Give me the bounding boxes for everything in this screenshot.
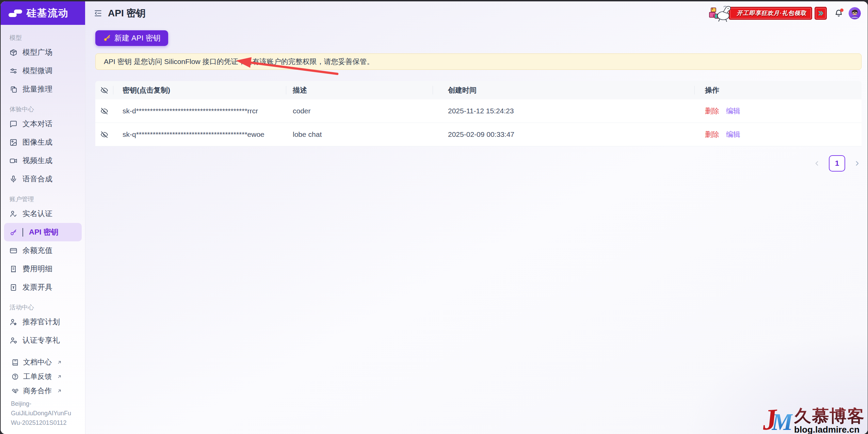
section-label-models: 模型 bbox=[10, 34, 76, 42]
sidebar-item-label: 认证专享礼 bbox=[22, 335, 60, 345]
sidebar-item-label: 图像生成 bbox=[22, 137, 52, 147]
site-watermark: JM 久慕博客 blog.ladmire.cn bbox=[762, 405, 865, 434]
watermark-j: J bbox=[761, 404, 778, 434]
sidebar-item-label: 模型广场 bbox=[22, 47, 52, 58]
user-heart-icon bbox=[10, 337, 17, 344]
edit-link[interactable]: 编辑 bbox=[726, 130, 740, 139]
pagination-next-icon[interactable] bbox=[853, 160, 861, 167]
promo-more-button[interactable] bbox=[815, 7, 827, 20]
user-avatar[interactable] bbox=[849, 7, 861, 19]
sidebar-link-business-cooperation[interactable]: 商务合作 bbox=[4, 384, 82, 396]
pagination-prev-icon[interactable] bbox=[813, 160, 821, 167]
sidebar-item-invoice[interactable]: 发票开具 bbox=[4, 278, 82, 296]
sidebar-item-batch-inference[interactable]: 批量推理 bbox=[4, 80, 82, 98]
user-check-icon bbox=[10, 210, 17, 218]
external-link-icon bbox=[57, 388, 62, 393]
watermark-site-name: 久慕博客 bbox=[794, 407, 865, 424]
eye-off-icon[interactable] bbox=[100, 86, 108, 94]
watermark-site-url: blog.ladmire.cn bbox=[794, 425, 865, 434]
sidebar-item-model-finetune[interactable]: 模型微调 bbox=[4, 62, 82, 80]
delete-link[interactable]: 删除 bbox=[705, 106, 719, 116]
key-description: lobe chat bbox=[286, 123, 433, 146]
pagination: 1 bbox=[95, 155, 862, 172]
chat-bubble-icon bbox=[10, 120, 17, 128]
double-chevron-right-icon bbox=[817, 10, 824, 16]
sidebar-link-ticket-feedback[interactable]: 工单反馈 bbox=[4, 369, 82, 384]
sidebar-item-api-keys[interactable]: API 密钥 bbox=[4, 223, 82, 241]
section-label-account: 账户管理 bbox=[10, 195, 76, 203]
sidebar-item-label: 费用明细 bbox=[22, 264, 52, 274]
content-area: 新建 API 密钥 API 密钥 是您访问 SiliconFlow 接口的凭证，… bbox=[85, 25, 868, 434]
sidebar-item-image-generation[interactable]: 图像生成 bbox=[4, 133, 82, 151]
sidebar-item-label: 视频生成 bbox=[22, 156, 52, 166]
sidebar-item-referral-program[interactable]: 推荐官计划 bbox=[4, 313, 82, 331]
sidebar-item-verified-gift[interactable]: 认证专享礼 bbox=[4, 331, 82, 350]
promo-pill[interactable]: 开工即享狂欢月·礼包领取 bbox=[729, 7, 812, 20]
promo-banner[interactable]: 开工即享狂欢月·礼包领取 bbox=[709, 3, 827, 23]
create-api-key-button[interactable]: 新建 API 密钥 bbox=[95, 30, 168, 46]
sidebar-item-label: 语音合成 bbox=[22, 174, 52, 184]
visibility-cell bbox=[95, 99, 113, 123]
microphone-icon bbox=[10, 175, 17, 183]
sidebar-item-text-chat[interactable]: 文本对话 bbox=[4, 115, 82, 133]
eye-off-icon[interactable] bbox=[100, 131, 108, 139]
copy-stack-icon bbox=[10, 85, 17, 93]
sidebar-item-label: 模型微调 bbox=[22, 66, 52, 76]
sidebar-links: 文档中心 工单反馈 商务合作 bbox=[4, 355, 82, 396]
visibility-cell bbox=[95, 123, 113, 146]
sidebar-item-label: 推荐官计划 bbox=[22, 317, 60, 327]
api-key-notice: API 密钥 是您访问 SiliconFlow 接口的凭证，具有该账户的完整权限… bbox=[95, 53, 862, 70]
sidebar-link-label: 工单反馈 bbox=[23, 372, 52, 381]
eye-off-icon[interactable] bbox=[100, 107, 108, 115]
image-icon bbox=[10, 139, 17, 146]
sidebar-item-model-square[interactable]: 模型广场 bbox=[4, 43, 82, 62]
external-link-icon bbox=[57, 360, 62, 365]
page-title: API 密钥 bbox=[108, 7, 145, 20]
table-header-row: 密钥(点击复制) 描述 创建时间 操作 bbox=[95, 81, 862, 99]
invoice-icon bbox=[10, 284, 17, 291]
pagination-page-1[interactable]: 1 bbox=[829, 155, 845, 172]
promo-text: 开工即享狂欢月·礼包领取 bbox=[737, 9, 806, 17]
sidebar-item-label: API 密钥 bbox=[29, 227, 59, 237]
sidebar-item-billing-details[interactable]: 费用明细 bbox=[4, 260, 82, 278]
row-actions: 删除 编辑 bbox=[694, 123, 862, 146]
topbar-right: 开工即享狂欢月·礼包领取 bbox=[709, 3, 861, 23]
delete-link[interactable]: 删除 bbox=[705, 130, 719, 139]
notification-bell-icon[interactable] bbox=[834, 9, 843, 18]
video-camera-icon bbox=[10, 157, 17, 165]
app-window: 硅基流动 模型 模型广场 模型微调 批量推理 体验中心 文本对话 bbox=[1, 1, 868, 434]
mascot-horse-gifts-icon bbox=[709, 3, 731, 23]
api-key-masked[interactable]: sk-d************************************… bbox=[113, 99, 286, 123]
handshake-icon bbox=[12, 387, 19, 395]
notification-dot bbox=[840, 9, 843, 12]
sliders-icon bbox=[10, 67, 17, 75]
siliconflow-logo-icon bbox=[8, 9, 22, 18]
sidebar-nav: 模型 模型广场 模型微调 批量推理 体验中心 文本对话 图像生成 bbox=[1, 25, 85, 396]
sidebar-link-docs[interactable]: 文档中心 bbox=[4, 355, 82, 369]
sidebar-item-identity-verification[interactable]: 实名认证 bbox=[4, 205, 82, 223]
question-circle-icon bbox=[12, 373, 19, 380]
api-keys-table: 密钥(点击复制) 描述 创建时间 操作 sk-d****************… bbox=[95, 81, 862, 146]
api-key-masked[interactable]: sk-q************************************… bbox=[113, 123, 286, 146]
sidebar-item-label: 实名认证 bbox=[22, 209, 52, 219]
toggle-all-visibility-cell bbox=[95, 81, 113, 99]
credit-card-icon bbox=[10, 247, 17, 255]
section-label-playground: 体验中心 bbox=[10, 105, 76, 113]
key-created-time: 2025-02-09 00:33:47 bbox=[433, 123, 694, 146]
sidebar-item-label: 发票开具 bbox=[22, 282, 52, 292]
sidebar-item-balance-recharge[interactable]: 余额充值 bbox=[4, 241, 82, 260]
book-icon bbox=[12, 359, 19, 366]
text-cursor bbox=[22, 228, 23, 237]
key-description: coder bbox=[286, 99, 433, 123]
menu-fold-icon[interactable] bbox=[94, 9, 102, 18]
brand-logo[interactable]: 硅基流动 bbox=[1, 1, 85, 25]
sidebar-item-speech-synthesis[interactable]: 语音合成 bbox=[4, 170, 82, 188]
main-area: API 密钥 bbox=[85, 1, 868, 434]
sidebar: 硅基流动 模型 模型广场 模型微调 批量推理 体验中心 文本对话 bbox=[1, 1, 85, 434]
cube-icon bbox=[10, 49, 17, 57]
sidebar-item-video-generation[interactable]: 视频生成 bbox=[4, 151, 82, 170]
sidebar-link-label: 文档中心 bbox=[23, 357, 52, 367]
row-actions: 删除 编辑 bbox=[694, 99, 862, 123]
column-header-description: 描述 bbox=[286, 81, 433, 99]
edit-link[interactable]: 编辑 bbox=[726, 106, 740, 116]
